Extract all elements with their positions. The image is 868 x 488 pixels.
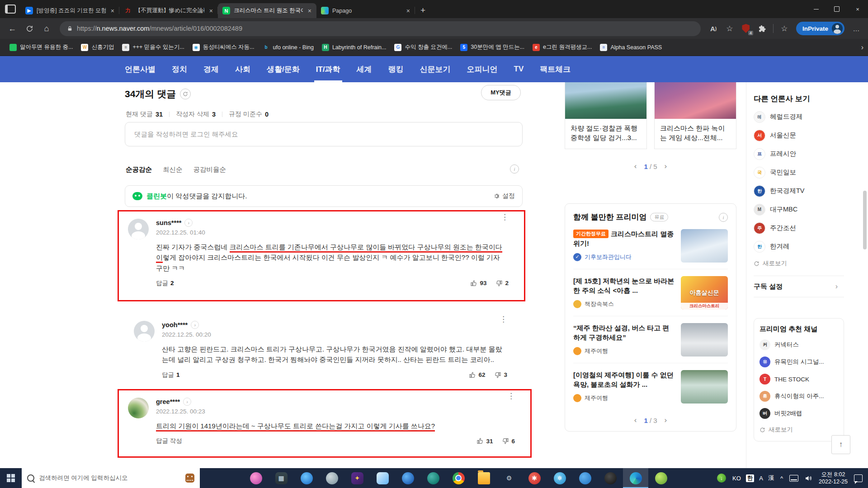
inprivate-badge[interactable]: InPrivate <box>796 22 844 35</box>
calculator-app[interactable]: ▦ <box>269 468 294 488</box>
media-app[interactable]: ✦ <box>344 468 370 488</box>
more-menu-icon[interactable]: ⋮ <box>507 391 515 401</box>
close-button[interactable]: × <box>847 0 868 18</box>
ublock-extension-icon[interactable]: 4 <box>739 21 753 36</box>
article-card[interactable]: 크리스마스 한파 녹이는 게임 세상...전체... <box>654 82 736 149</box>
bookmark-item[interactable]: ≡ +++ 믿을수 있는기... <box>118 41 188 54</box>
extensions-icon[interactable] <box>755 21 769 36</box>
browser-tab[interactable]: N 크리스마스 트리 원조 한국이다... × <box>218 3 316 18</box>
nav-category-item[interactable]: 사회 <box>235 56 250 82</box>
reply-button[interactable]: 답글1 <box>162 371 180 379</box>
press-outlet-item[interactable]: 한 한겨레 <box>754 237 868 256</box>
bookmark-item[interactable]: b ufo online - Bing <box>259 41 318 54</box>
avatar[interactable] <box>128 219 149 239</box>
nav-category-item[interactable]: 신문보기 <box>420 56 451 82</box>
maximize-button[interactable] <box>826 0 847 18</box>
premium-item[interactable]: [이영철의 제주여행] 이룰 수 없던 욕망, 불로초의 설화가 ... 제주여… <box>573 363 728 410</box>
bookmark-item[interactable]: H Labyrinth of Refrain... <box>318 41 391 54</box>
info-icon[interactable]: i <box>719 213 728 222</box>
taskbar-clock[interactable]: 오전 8:02 2022-12-25 <box>819 471 848 486</box>
dragon-game-app[interactable] <box>420 468 446 488</box>
settings-menu-icon[interactable]: … <box>849 21 863 36</box>
nav-category-item[interactable]: 언론사별 <box>125 56 156 82</box>
like-button[interactable]: 93 <box>470 280 486 287</box>
bookmark-item[interactable]: G 수익 창출 요건에... <box>390 41 456 54</box>
channel-name[interactable]: 기후보좌관입니다 <box>585 253 632 261</box>
info-icon[interactable]: i <box>510 164 519 174</box>
nav-category-item[interactable]: 팩트체크 <box>540 56 571 82</box>
sort-option[interactable]: 순공감순 <box>126 165 152 174</box>
press-refresh-button[interactable]: 새로보기 <box>754 256 868 271</box>
taskbar-search-box[interactable]: 검색하려면 여기에 입력하십시오 <box>22 468 200 488</box>
premium-channel-item[interactable]: 휴 휴식이형의 아주... <box>760 388 838 405</box>
edge[interactable] <box>623 468 648 488</box>
dark-swirl-app[interactable] <box>598 468 623 488</box>
speaker-icon[interactable] <box>805 474 812 482</box>
avatar[interactable] <box>134 321 155 342</box>
dislike-button[interactable]: 6 <box>502 437 515 445</box>
globe-app[interactable] <box>319 468 344 488</box>
bookmark-item[interactable]: ≡ Alpha Season PASS <box>596 41 666 54</box>
press-outlet-item[interactable]: 프 프레시안 <box>754 145 868 163</box>
premium-channel-item[interactable]: 유 유목민의 시그널... <box>760 353 838 371</box>
snowflake-app[interactable]: ❄ <box>547 468 572 488</box>
premium-channel-item[interactable]: 커 커넥터스 <box>760 336 838 353</box>
channel-name[interactable]: 책장속북스 <box>585 300 614 308</box>
comments-refresh-icon[interactable] <box>180 89 191 99</box>
bookmarks-overflow-icon[interactable]: › <box>857 43 868 52</box>
premium-item[interactable]: [제 15호] 저학년의 눈으로 바라본 한 주의 소식 <아홉 ... 책장속… <box>573 269 728 316</box>
address-bar[interactable]: https://n.news.naver.com/mnews/article/0… <box>60 21 701 36</box>
pinwheel-app[interactable]: ✱ <box>522 468 547 488</box>
home-button[interactable]: ⌂ <box>39 21 54 36</box>
avatar[interactable] <box>128 398 149 418</box>
more-menu-icon[interactable]: ⋮ <box>500 314 507 324</box>
nav-category-item[interactable]: 생활/문화 <box>267 56 300 82</box>
browser-ball-app[interactable] <box>395 468 420 488</box>
premium-channel-item[interactable]: T THE STOCK <box>760 371 838 388</box>
comment-username[interactable]: gree**** <box>156 398 180 405</box>
nav-category-item[interactable]: IT/과학 <box>316 56 340 82</box>
comment-username[interactable]: yooh**** <box>162 321 188 328</box>
channels-refresh-button[interactable]: 새로보기 <box>760 422 838 437</box>
sort-option[interactable]: 공감비율순 <box>193 165 226 174</box>
chevron-right-icon[interactable]: › <box>183 398 191 406</box>
tab-close-icon[interactable]: × <box>208 7 214 14</box>
search-app[interactable] <box>294 468 319 488</box>
tab-close-icon[interactable]: × <box>307 7 313 14</box>
reply-button[interactable]: 답글2 <box>156 279 174 287</box>
ime-indicator[interactable]: A <box>759 475 763 482</box>
gift-app[interactable] <box>243 468 269 488</box>
ime-indicator[interactable]: 漢 <box>768 474 774 482</box>
nav-category-item[interactable]: 경제 <box>203 56 219 82</box>
sort-option[interactable]: 최신순 <box>163 165 183 174</box>
like-button[interactable]: 31 <box>476 437 493 445</box>
next-page-ic[interactable]: › <box>665 416 667 425</box>
settings[interactable]: ⚙ <box>496 468 522 488</box>
comment-username[interactable]: suns**** <box>156 219 181 226</box>
nav-category-item[interactable]: 정치 <box>172 56 187 82</box>
tray-expand-icon[interactable]: ^ <box>780 475 783 482</box>
bookmark-item[interactable]: e e그린 원격평생교... <box>528 41 596 54</box>
my-comments-button[interactable]: MY댓글 <box>481 85 521 100</box>
press-outlet-item[interactable]: 서 서울신문 <box>754 126 868 145</box>
article-card[interactable]: 차량 절도·경찰관 폭행 중학생 일당 검거...3... <box>565 82 647 149</box>
file-explorer[interactable] <box>471 468 496 488</box>
chrome[interactable] <box>446 468 471 488</box>
like-button[interactable]: 62 <box>469 371 485 379</box>
press-outlet-item[interactable]: 주 주간조선 <box>754 219 868 237</box>
more-menu-icon[interactable]: ⋮ <box>501 212 509 222</box>
browser-tab[interactable]: 力 【不買運動】惨めに完全論破され... × <box>119 3 218 18</box>
prev-page-icon[interactable]: ‹ <box>634 162 637 171</box>
green-swirl-app[interactable] <box>648 468 674 488</box>
bird-app[interactable] <box>572 468 598 488</box>
start-button[interactable] <box>0 468 22 488</box>
press-outlet-item[interactable]: 국 국민일보 <box>754 163 868 182</box>
press-outlet-item[interactable]: 헤 헤럴드경제 <box>754 108 868 126</box>
press-outlet-item[interactable]: M 대구MBC <box>754 200 868 219</box>
nav-category-item[interactable]: 세계 <box>357 56 372 82</box>
press-outlet-item[interactable]: 한 한국경제TV <box>754 182 868 200</box>
dislike-button[interactable]: 3 <box>494 371 507 379</box>
chevron-right-icon[interactable]: › <box>191 321 199 329</box>
ime-indicator[interactable]: KO <box>732 475 741 482</box>
action-center-icon[interactable] <box>854 474 863 482</box>
